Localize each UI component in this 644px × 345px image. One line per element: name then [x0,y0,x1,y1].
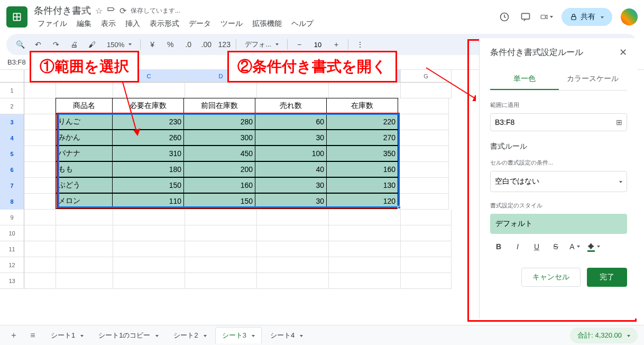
cell-B4[interactable]: みかん [56,130,113,146]
cell-F9[interactable] [329,210,401,225]
cell-C3[interactable]: 230 [112,114,184,130]
cell-A3[interactable] [24,114,56,130]
cell-G9[interactable] [401,210,452,225]
cell-F8[interactable]: 120 [326,193,398,209]
row-header-11[interactable]: 11 [0,241,24,257]
cell-E8[interactable]: 30 [255,193,327,209]
move-icon[interactable] [107,5,115,16]
condition-select[interactable]: 空白ではない [490,171,627,192]
cell-C10[interactable] [113,225,185,241]
sheet-tab-シート1のコピー[interactable]: シート1のコピー [92,327,165,343]
done-button[interactable]: 完了 [587,268,627,287]
cell-B13[interactable] [56,273,113,289]
menu-ツール[interactable]: ツール [217,18,246,30]
cell-C1[interactable] [113,83,185,98]
star-icon[interactable]: ☆ [95,6,103,16]
cell-E1[interactable] [257,83,329,98]
menu-編集[interactable]: 編集 [73,18,95,30]
percent-icon[interactable]: % [163,37,178,52]
cell-C13[interactable] [113,273,185,289]
cell-G1[interactable] [401,83,452,98]
cell-G13[interactable] [401,273,452,289]
cell-C11[interactable] [113,241,185,257]
row-header-10[interactable]: 10 [0,225,24,241]
menu-ヘルプ[interactable]: ヘルプ [288,18,317,30]
cell-C2[interactable]: 必要在庫数 [112,98,184,114]
cell-E4[interactable]: 30 [255,130,327,146]
cell-E13[interactable] [257,273,329,289]
cell-G11[interactable] [401,241,452,257]
text-color-icon[interactable]: A [566,238,583,255]
font-size-input[interactable] [310,41,326,49]
italic-icon[interactable]: I [509,238,526,255]
select-all-corner[interactable] [0,70,24,83]
chevron-down-icon[interactable] [153,331,159,339]
selection-summary[interactable]: 合計: 4,320.00 [570,328,638,343]
cell-D2[interactable]: 前回在庫数 [183,98,255,114]
cell-B1[interactable] [56,83,113,98]
tab-single-color[interactable]: 単一色 [490,69,559,90]
sheet-tab-シート2[interactable]: シート2 [167,327,213,343]
cell-E6[interactable]: 40 [255,161,327,177]
cell-B5[interactable]: バナナ [56,146,113,161]
cell-E9[interactable] [257,210,329,225]
cell-B7[interactable]: ぶどう [56,177,113,193]
row-header-1[interactable]: 1 [0,83,24,98]
cell-B10[interactable] [56,225,113,241]
menu-挿入[interactable]: 挿入 [122,18,144,30]
cell-F10[interactable] [329,225,401,241]
cell-C4[interactable]: 260 [112,130,184,146]
undo-icon[interactable]: ↶ [31,37,45,52]
cell-F12[interactable] [329,257,401,273]
cell-A12[interactable] [24,257,56,273]
cell-D1[interactable] [185,83,257,98]
strikethrough-icon[interactable]: S [547,238,564,255]
cell-D5[interactable]: 450 [183,146,255,161]
chevron-down-icon[interactable] [250,332,255,340]
history-icon[interactable] [498,11,511,23]
cell-G10[interactable] [401,225,452,241]
cell-E11[interactable] [257,241,329,257]
cell-F6[interactable]: 160 [326,161,398,177]
avatar[interactable] [621,8,638,25]
fill-color-icon[interactable]: 🟆 [585,238,602,255]
cell-D7[interactable]: 160 [183,177,255,193]
cell-E5[interactable]: 100 [255,146,327,161]
cell-G3[interactable] [398,114,449,130]
row-header-9[interactable]: 9 [0,210,24,225]
document-title[interactable]: 条件付き書式 [34,4,91,17]
menu-ファイル[interactable]: ファイル [34,18,71,30]
cell-A9[interactable] [24,210,56,225]
selection-handle[interactable] [398,206,401,209]
close-icon[interactable]: ✕ [619,47,627,58]
cell-D9[interactable] [185,210,257,225]
print-icon[interactable]: 🖨 [67,37,81,52]
cell-G7[interactable] [398,178,449,194]
decrease-font-icon[interactable]: − [292,37,307,52]
cell-F1[interactable] [329,83,401,98]
cell-D8[interactable]: 150 [183,193,255,209]
bold-icon[interactable]: B [490,238,507,255]
cell-F13[interactable] [329,273,401,289]
row-header-8[interactable]: 8 [0,194,24,210]
cell-D3[interactable]: 280 [183,114,255,130]
row-header-7[interactable]: 7 [0,178,24,194]
paint-format-icon[interactable]: 🖌 [85,37,99,52]
cell-F2[interactable]: 在庫数 [326,98,398,114]
redo-icon[interactable]: ↷ [49,37,63,52]
cell-A10[interactable] [24,225,56,241]
cell-G4[interactable] [398,130,449,146]
all-sheets-icon[interactable]: ≡ [25,328,40,343]
zoom-select[interactable]: 150% [103,40,136,50]
range-input[interactable]: B3:F8 ⊞ [490,113,627,131]
cell-B12[interactable] [56,257,113,273]
cell-E7[interactable]: 30 [255,177,327,193]
search-icon[interactable]: 🔍 [13,37,27,52]
cell-C12[interactable] [113,257,185,273]
cell-A5[interactable] [24,146,56,162]
cell-F11[interactable] [329,241,401,257]
cell-D4[interactable]: 300 [183,130,255,146]
cell-B2[interactable]: 商品名 [56,98,113,114]
cell-F7[interactable]: 130 [326,177,398,193]
cell-B8[interactable]: メロン [56,193,113,209]
